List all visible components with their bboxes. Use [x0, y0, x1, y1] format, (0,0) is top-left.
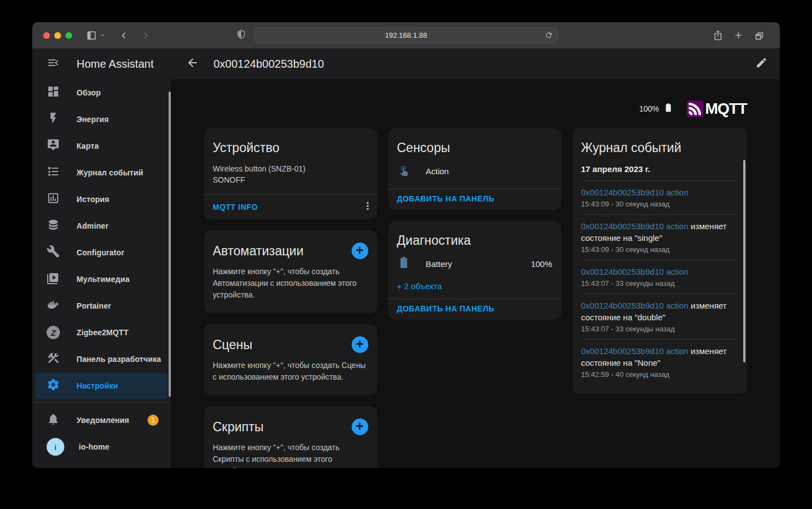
sidebar-scrollbar[interactable] — [169, 92, 171, 397]
back-arrow-icon[interactable] — [186, 56, 199, 72]
gear-icon — [47, 378, 60, 394]
diagnostics-card: Диагностика Battery 100% — [388, 221, 561, 320]
reload-icon[interactable] — [545, 31, 553, 41]
play-box-multiple-icon — [47, 271, 60, 287]
sidebar-item-portainer[interactable]: Portainer — [32, 293, 171, 319]
zoom-window-button[interactable] — [65, 32, 72, 39]
show-more-entities-link[interactable]: + 2 объекта — [388, 278, 561, 299]
tab-overview-icon[interactable] — [754, 30, 765, 41]
scenes-card-title: Сцены — [213, 337, 253, 352]
back-button[interactable] — [118, 29, 130, 42]
entity-name: Battery — [426, 259, 453, 269]
bell-icon — [47, 412, 60, 428]
avatar: i — [47, 438, 64, 456]
wrench-icon — [47, 245, 60, 260]
overflow-menu-icon[interactable] — [362, 200, 374, 214]
sidebar-item-user[interactable]: i io-home — [32, 434, 171, 460]
edit-pencil-icon[interactable] — [755, 57, 768, 71]
sidebar-item-energy[interactable]: Энергия — [32, 106, 171, 133]
scripts-card: Скрипты + Нажмите кнопку "+", чтобы созд… — [204, 406, 377, 468]
add-to-dashboard-button[interactable]: ДОБАВИТЬ НА ПАНЕЛЬ — [397, 304, 495, 313]
sidebar-item-history[interactable]: История — [32, 186, 171, 213]
sidebar-item-notifications[interactable]: Уведомления 1 — [32, 407, 171, 434]
entity-link[interactable]: 0x00124b00253b9d10 action — [581, 301, 689, 310]
automations-card: Автоматизации + Нажмите кнопку "+", чтоб… — [204, 230, 377, 313]
add-scene-button[interactable]: + — [352, 336, 368, 353]
sidebar-item-zigbee2mqtt[interactable]: Z Zigbee2MQTT — [32, 319, 171, 346]
sidebar-item-configurator[interactable]: Configurator — [32, 239, 171, 266]
logbook-entry: 0x00124b00253b9d10 action изменяет состо… — [581, 339, 738, 385]
sidebar-item-media[interactable]: Мультимедиа — [32, 266, 171, 293]
titlebar-right-controls — [708, 30, 770, 41]
entity-link[interactable]: 0x00124b00253b9d10 action — [581, 188, 689, 197]
sidebar-item-adminer[interactable]: Adminer — [32, 213, 171, 239]
chevron-down-icon[interactable] — [100, 32, 106, 38]
logbook-time: 15:43:07 - 33 секунды назад — [581, 279, 738, 288]
entity-link[interactable]: 0x00124b00253b9d10 action — [581, 267, 689, 276]
scenes-description: Нажмите кнопку "+", чтобы создать Сцены … — [213, 360, 368, 393]
logbook-date: 17 апреля 2023 г. — [581, 164, 738, 174]
desktop-background: 192.168.1.88 — [0, 0, 812, 509]
device-model: Wireless button (SNZB-01) — [213, 163, 368, 174]
menu-toggle-icon[interactable] — [47, 56, 60, 72]
automations-description: Нажмите кнопку "+", чтобы создать Автома… — [213, 266, 368, 311]
battery-icon — [663, 102, 673, 115]
url-input[interactable]: 192.168.1.88 — [254, 27, 558, 43]
mqtt-logo-icon — [687, 100, 703, 117]
app-title: Home Assistant — [77, 58, 154, 70]
new-tab-icon[interactable] — [733, 30, 744, 41]
logbook-card: Журнал событий 17 апреля 2023 г. 0x00124… — [572, 128, 747, 394]
entity-link[interactable]: 0x00124b00253b9d10 action — [581, 346, 689, 356]
add-to-dashboard-button[interactable]: ДОБАВИТЬ НА ПАНЕЛЬ — [397, 194, 495, 203]
forward-button[interactable] — [140, 29, 152, 42]
logbook-entry: 0x00124b00253b9d10 action изменяет состо… — [581, 214, 738, 260]
sidebar-bottom: Уведомления 1 i io-home — [32, 402, 171, 460]
add-script-button[interactable]: + — [352, 419, 368, 435]
main-area: 0x00124b00253b9d10 100% — [171, 48, 780, 468]
logbook-scrollbar[interactable] — [743, 160, 745, 362]
share-icon[interactable] — [713, 30, 723, 41]
sensors-card-title: Сенсоры — [397, 140, 552, 155]
sidebar: Home Assistant Обзор Энергия Карта Журна… — [32, 48, 171, 468]
sidebar-item-logbook[interactable]: Журнал событий — [32, 159, 171, 186]
device-info-card: Устройство Wireless button (SNZB-01) SON… — [204, 128, 377, 219]
add-automation-button[interactable]: + — [352, 243, 368, 259]
tooltip-account-icon — [47, 138, 60, 154]
battery-percent: 100% — [639, 104, 659, 113]
browser-titlebar: 192.168.1.88 — [32, 22, 780, 48]
home-assistant-app: Home Assistant Обзор Энергия Карта Журна… — [32, 48, 780, 468]
sidebar-item-settings[interactable]: Настройки — [35, 372, 168, 399]
scenes-card: Сцены + Нажмите кнопку "+", чтобы создат… — [204, 324, 377, 395]
sidebar-item-developer-tools[interactable]: Панель разработчика — [32, 346, 171, 372]
device-status-row: 100% MQTT — [204, 99, 747, 118]
close-window-button[interactable] — [43, 32, 50, 39]
device-manufacturer: SONOFF — [213, 174, 368, 185]
sidebar-toggle-icon[interactable] — [86, 30, 97, 41]
logbook-time: 15:43:09 - 30 секунд назад — [581, 200, 738, 208]
zigbee-icon: Z — [47, 326, 60, 339]
diagnostics-card-title: Диагностика — [397, 233, 552, 248]
hammer-icon — [47, 351, 60, 367]
sidebar-item-map[interactable]: Карта — [32, 133, 171, 159]
sidebar-item-overview[interactable]: Обзор — [32, 79, 171, 106]
entity-row-battery[interactable]: Battery 100% — [388, 248, 561, 278]
address-bar-area: 192.168.1.88 — [254, 27, 558, 43]
logbook-entry: 0x00124b00253b9d10 action 15:43:07 - 33 … — [581, 260, 738, 294]
battery-entity-icon — [397, 256, 410, 271]
logbook-time: 15:42:59 - 40 секунд назад — [581, 370, 738, 379]
entity-link[interactable]: 0x00124b00253b9d10 action — [581, 221, 689, 231]
entity-row-action[interactable]: Action — [388, 155, 561, 185]
page-content: 100% MQTT — [171, 79, 780, 468]
privacy-shield-icon[interactable] — [236, 29, 246, 42]
mqtt-info-button[interactable]: MQTT INFO — [213, 203, 258, 211]
minimize-window-button[interactable] — [54, 32, 61, 39]
mqtt-logo: MQTT — [687, 100, 747, 118]
lightning-bolt-icon — [47, 112, 60, 127]
docker-icon — [47, 298, 60, 314]
url-text: 192.168.1.88 — [385, 31, 427, 39]
browser-window: 192.168.1.88 — [32, 22, 780, 468]
sensors-card: Сенсоры Action — [388, 128, 561, 210]
device-card-title: Устройство — [213, 140, 368, 155]
scripts-card-title: Скрипты — [213, 420, 264, 435]
gesture-tap-icon — [397, 163, 410, 179]
